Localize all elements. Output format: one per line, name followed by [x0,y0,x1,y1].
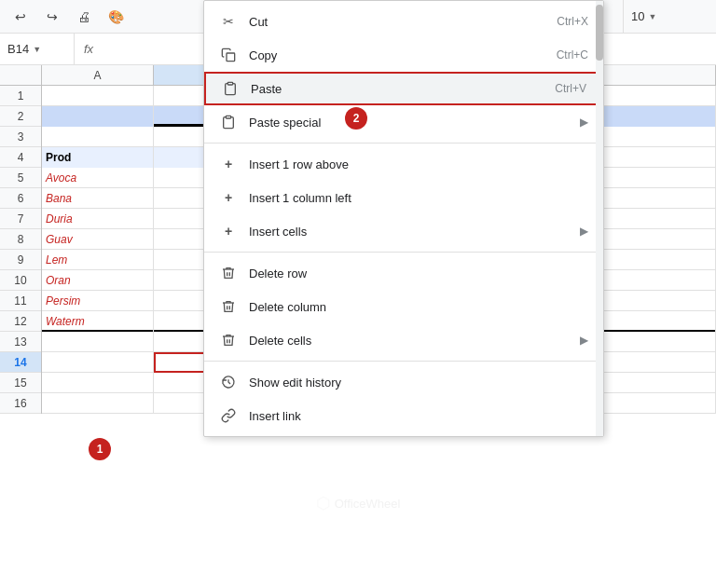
paint-format-button[interactable]: 🎨 [103,4,129,30]
delete-cells-label: Delete cells [249,334,576,348]
menu-item-delete-cells[interactable]: Delete cells ▶ [204,323,603,357]
delete-cells-arrow: ▶ [580,334,588,347]
cell-a11[interactable]: Persim [42,291,154,311]
scrollbar-thumb[interactable] [596,5,603,61]
insert-cells-arrow: ▶ [580,225,588,238]
svg-rect-0 [227,53,235,62]
cell-a4[interactable]: Prod [42,147,154,168]
step-1-badge: 1 [89,438,111,460]
row-header-9[interactable]: 9 [0,250,41,270]
menu-item-delete-row[interactable]: Delete row [204,256,603,290]
row-headers: 1 2 3 4 5 6 7 8 9 10 11 12 13 14 15 16 [0,86,42,414]
insert-row-icon: + [219,157,238,171]
menu-divider-3 [204,361,603,362]
cell-a12[interactable]: Waterm [42,311,154,332]
cell-a8[interactable]: Guav [42,229,154,250]
row-header-1[interactable]: 1 [0,86,41,106]
cut-icon: ✂ [219,14,238,29]
zoom-number: 10 [631,9,644,23]
menu-item-delete-col[interactable]: Delete column [204,290,603,323]
row-header-10[interactable]: 10 [0,270,41,291]
context-menu-scrollbar[interactable] [596,1,603,436]
menu-item-insert-row[interactable]: + Insert 1 row above [204,147,603,181]
copy-shortcut: Ctrl+C [557,48,588,62]
fx-label: fx [75,42,103,56]
svg-rect-1 [227,82,232,85]
cell-a15[interactable] [42,373,154,393]
row-header-15[interactable]: 15 [0,373,41,393]
cell-a16[interactable] [42,393,154,414]
paste-shortcut: Ctrl+V [555,82,586,95]
row-header-5[interactable]: 5 [0,168,41,188]
row-header-7[interactable]: 7 [0,209,41,229]
row-header-12[interactable]: 12 [0,311,41,332]
step-2-badge: 2 [345,107,367,130]
redo-button[interactable]: ↪ [39,4,65,30]
cell-a13[interactable] [42,332,154,352]
cell-a5[interactable]: Avoca [42,168,154,188]
paste-special-label: Paste special [249,116,576,130]
undo-button[interactable]: ↩ [7,4,34,30]
context-menu: ✂ Cut Ctrl+X Copy Ctrl+C Paste Ctrl+V [203,0,604,437]
paste-label: Paste [251,82,540,96]
watermark: ⬡ OfficeWheel [316,493,401,513]
cell-a10[interactable]: Oran [42,270,154,291]
cell-a7[interactable]: Duria [42,209,154,229]
undo-icon: ↩ [15,9,26,24]
corner-cell [0,65,42,85]
row-header-3[interactable]: 3 [0,127,41,147]
copy-label: Copy [249,48,542,62]
edit-history-label: Show edit history [249,376,588,390]
col-header-a[interactable]: A [42,65,154,85]
cell-a6[interactable]: Bana [42,188,154,209]
cell-a9[interactable]: Lem [42,250,154,270]
cut-shortcut: Ctrl+X [557,15,588,28]
row-header-13[interactable]: 13 [0,332,41,352]
paste-special-arrow: ▶ [580,116,588,129]
cell-ref-dropdown-icon[interactable]: ▼ [33,45,41,54]
insert-cells-icon: + [219,224,238,239]
menu-item-paste-special[interactable]: Paste special ▶ [204,105,603,139]
cell-a14[interactable] [42,352,154,373]
cell-reference-label: B14 [7,42,29,56]
paste-icon [221,81,240,96]
insert-link-icon [219,408,238,423]
row-header-2[interactable]: 2 [0,106,41,127]
row-header-6[interactable]: 6 [0,188,41,209]
row-header-11[interactable]: 11 [0,291,41,311]
menu-item-insert-cells[interactable]: + Insert cells ▶ [204,214,603,248]
paste-special-icon [219,115,238,130]
row-header-16[interactable]: 16 [0,393,41,414]
delete-cells-icon [219,333,238,348]
row-header-14[interactable]: 14 [0,352,41,373]
redo-icon: ↪ [47,9,58,24]
cell-a3[interactable] [42,127,154,147]
svg-rect-2 [226,116,230,118]
row-header-8[interactable]: 8 [0,229,41,250]
edit-history-icon [219,375,238,390]
insert-link-label: Insert link [249,409,588,423]
delete-row-icon [219,266,238,280]
row-header-4[interactable]: 4 [0,147,41,168]
zoom-dropdown-icon[interactable]: ▼ [648,12,656,21]
print-icon: 🖨 [77,9,90,24]
delete-col-icon [219,299,238,314]
top-right-area: 10 ▼ [623,0,716,34]
cell-a1[interactable] [42,86,154,106]
print-button[interactable]: 🖨 [71,4,97,30]
copy-icon [219,48,238,62]
menu-item-cut[interactable]: ✂ Cut Ctrl+X [204,5,603,38]
menu-item-insert-link[interactable]: Insert link [204,399,603,432]
menu-item-copy[interactable]: Copy Ctrl+C [204,38,603,72]
delete-row-label: Delete row [249,267,588,280]
insert-col-icon: + [219,190,238,205]
menu-item-edit-history[interactable]: Show edit history [204,365,603,399]
menu-item-insert-col[interactable]: + Insert 1 column left [204,181,603,214]
menu-item-paste[interactable]: Paste Ctrl+V [204,72,603,105]
menu-divider-1 [204,143,603,144]
insert-col-label: Insert 1 column left [249,191,588,205]
cell-reference-box[interactable]: B14 ▼ [0,34,75,64]
menu-divider-2 [204,252,603,253]
cell-a2[interactable] [42,106,154,127]
insert-row-label: Insert 1 row above [249,157,588,171]
